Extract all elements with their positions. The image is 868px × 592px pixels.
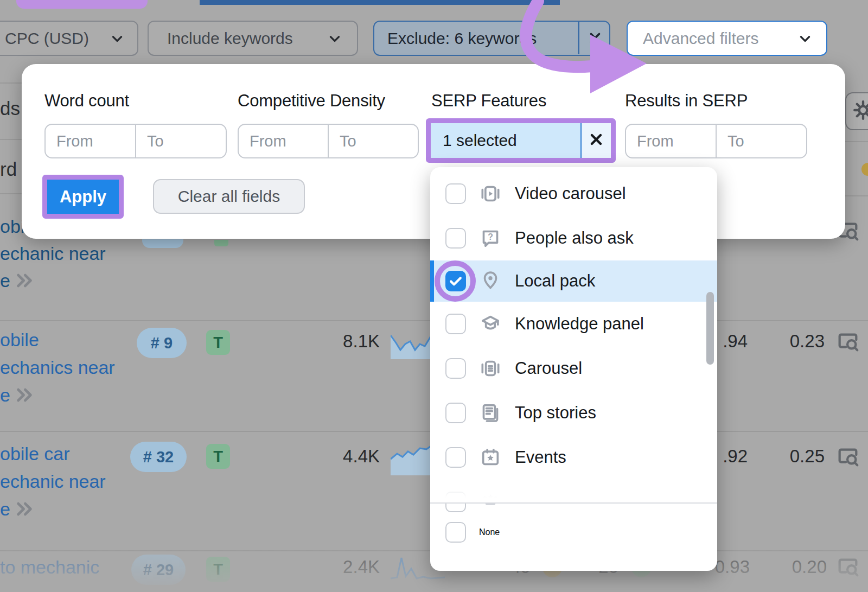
carousel-icon [479,357,502,380]
dropdown-item-local-pack[interactable]: Local pack [430,260,717,302]
serp-preview-icon[interactable] [835,444,860,472]
exclude-keywords-label: Exclude: 6 keywords [387,29,537,48]
results-in-serp-label: Results in SERP [625,91,748,111]
cpc-filter-label: CPC (USD) [5,29,89,48]
keyword-link[interactable]: echanic near [0,471,106,492]
include-keywords-button[interactable]: Include keywords [148,21,358,56]
dropdown-item-carousel[interactable]: Carousel [430,346,717,391]
table-divider [845,141,868,142]
table-divider [0,193,22,194]
keyword-link[interactable]: obile [0,329,39,351]
calendar-star-icon [479,446,502,469]
clear-all-fields-button[interactable]: Clear all fields [153,179,305,214]
dropdown-item-label: Local pack [515,271,595,291]
serp-features-select[interactable]: 1 selected [431,123,611,158]
keyword-link[interactable]: obi [0,216,24,237]
dropdown-item-top-stories[interactable]: Top stories [430,391,717,435]
keyword-link[interactable]: e [0,499,10,520]
advanced-filters-button[interactable]: Advanced filters [627,21,827,56]
checkbox[interactable] [445,314,466,334]
apply-button[interactable]: Apply [47,180,119,214]
competitive-density-from-input[interactable] [239,125,329,157]
top-purple-tab-fragment [16,0,148,9]
serp-features-value: 1 selected [431,123,582,158]
include-keywords-label: Include keywords [167,29,293,48]
table-divider [0,82,22,84]
cpc-filter-button[interactable]: CPC (USD) [0,21,138,56]
header-fragment-keywords: ds [0,98,20,119]
dropdown-item-label: None [479,527,500,537]
dropdown-item-label: Video carousel [515,184,626,203]
chevron-down-icon [797,30,813,49]
checkbox[interactable] [445,183,466,204]
apply-highlight: Apply [42,175,124,219]
keyword-link[interactable]: e [0,270,10,291]
keyword-link[interactable]: echanic near [0,243,106,264]
serp-features-highlight: 1 selected [426,118,616,163]
header-fragment-keyword: rd [0,158,17,180]
results-in-serp-from-input[interactable] [626,125,717,157]
x-icon [588,131,605,150]
svg-text:?: ? [488,232,493,241]
volume-value: 4.4K [343,446,380,467]
x-icon[interactable] [587,30,603,48]
dropdown-item-video-carousel[interactable]: Video carousel [430,171,717,216]
dropdown-item-label: Top stories [515,403,596,423]
position-badge: # 32 [130,442,187,472]
question-bubble-icon: ? [479,227,502,250]
double-chevron-icon[interactable] [15,500,34,520]
serp-features-label: SERP Features [431,91,546,111]
double-chevron-icon[interactable] [15,271,34,292]
cpc-value: .94 [723,331,748,352]
dropdown-item-label: Carousel [515,359,582,378]
word-count-from-input[interactable] [46,125,136,157]
dropdown-item-people-also-ask[interactable]: ? People also ask [430,216,717,260]
double-chevron-icon[interactable] [15,386,34,406]
word-count-range [44,124,227,158]
word-count-label: Word count [44,91,129,111]
competitive-density-range [238,124,419,158]
exclude-keywords-button[interactable]: Exclude: 6 keywords [373,21,610,56]
table-divider [845,195,868,196]
scrollbar-thumb[interactable] [706,292,714,365]
checkbox[interactable] [445,522,466,543]
dropdown-item-label: Events [515,448,566,467]
dropdown-item-knowledge-panel[interactable]: Knowledge panel [430,302,717,346]
video-carousel-icon [479,182,502,205]
keyword-link[interactable]: e [0,385,10,406]
keyword-tool-screen: CPC (USD) Include keywords Exclude: 6 ke… [0,0,868,592]
dropdown-fade [430,471,717,502]
tag-badge: T [206,330,230,355]
serp-features-dropdown: Video carousel ? People also ask [430,167,717,571]
checkbox[interactable] [445,228,466,249]
volume-value: 8.1K [343,331,380,352]
chevron-down-icon [109,30,125,49]
checkbox[interactable] [445,403,466,423]
checkbox[interactable] [445,447,466,468]
keyword-link[interactable]: obile car [0,443,70,464]
dropdown-item-none[interactable]: None [430,510,717,555]
competition-value: 0.25 [790,446,825,467]
competitive-density-to-input[interactable] [329,125,418,157]
checkbox[interactable] [445,358,466,379]
graduation-cap-icon [479,313,502,335]
serp-features-clear-button[interactable] [582,123,611,158]
advanced-filters-label: Advanced filters [643,29,758,48]
dropdown-item-label: Knowledge panel [515,314,644,334]
serp-preview-icon[interactable] [835,329,860,357]
competition-value: 0.23 [790,331,825,352]
chevron-down-icon [327,30,343,49]
keyword-link[interactable]: echanics near [0,357,115,378]
position-badge-fragment [142,239,183,248]
cpc-value: .92 [723,446,748,467]
kd-dot-fragment [861,163,868,176]
tag-badge: T [206,444,230,469]
exclude-divider [578,22,579,54]
results-in-serp-to-input[interactable] [717,125,806,157]
word-count-to-input[interactable] [136,125,226,157]
table-settings-button[interactable] [845,92,868,130]
top-blue-bar-fragment [200,0,560,5]
competitive-density-label: Competitive Density [238,91,385,111]
position-badge: # 9 [137,328,187,358]
dropdown-divider [430,502,717,504]
